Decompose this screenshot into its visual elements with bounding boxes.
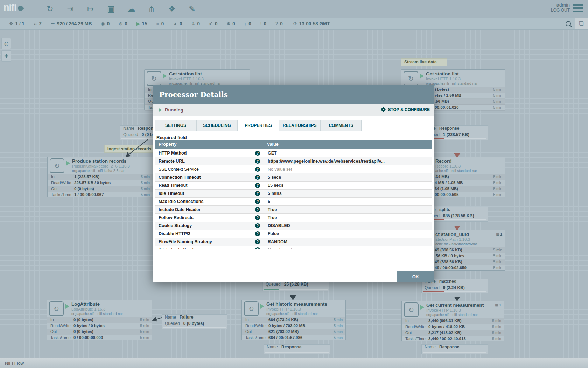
info-icon[interactable]: i (369, 158, 371, 164)
processor-type-icon: ↻ (147, 71, 161, 86)
processor-get-historic-measurements[interactable]: ↻ Get historic measurements InvokeHTTP 1… (241, 300, 346, 340)
table-header: Property Value (155, 140, 432, 149)
help-icon[interactable]: ? (255, 183, 260, 188)
processor-type: PublishKafkaRecord_2_6 1.16.3 (72, 164, 130, 168)
processor-logattribute[interactable]: ↻ LogAttribute LogAttribute 1.16.3 org.a… (47, 300, 152, 340)
connection-failure[interactable]: NameFailure Queued0 (0 bytes) (162, 314, 227, 329)
status-transmitting: ◉0 (101, 21, 110, 26)
component-toolbar: nifi ↻ ⇥ ↦ ▣ ☁ ⋔ ❖ ✎ admin LOG OUT (0, 0, 588, 18)
tab-relationships[interactable]: RELATIONSHIPS (279, 120, 320, 131)
help-icon[interactable]: ? (255, 199, 260, 204)
processor-header: ↻ Get historic measurements InvokeHTTP 1… (242, 300, 345, 317)
panel-toggle-button[interactable]: ❏ (575, 18, 588, 29)
table-row: Read Timeout?15 secs (155, 182, 432, 190)
queued-icon: ☰ (51, 21, 55, 26)
processor-nar: ache.nifi - nifi-standard-nar (435, 242, 477, 246)
breadcrumb[interactable]: NiFi Flow (5, 361, 24, 366)
status-running: ▶15 (136, 21, 147, 26)
status-invalid: ▲0 (173, 21, 182, 26)
processor-header: ↻ LogAttribute LogAttribute 1.16.3 org.a… (47, 300, 152, 317)
table-row: Include Date Header?True (155, 206, 432, 214)
stop-and-configure-button[interactable]: STOP & CONFIGURE (381, 107, 430, 112)
sync-failure-icon: ? (275, 21, 278, 26)
tab-settings[interactable]: SETTINGS (155, 120, 196, 131)
table-row: FlowFile Naming Strategy?RANDOM (155, 238, 432, 246)
global-menu-icon[interactable] (573, 4, 583, 14)
processor-title: Get station list (426, 71, 459, 76)
stat-row: In0 (0 bytes)5 min (47, 317, 152, 323)
stat-row: Tasks/Time664 / 00:01:57.9865 min (242, 335, 345, 341)
birdseye-icon: ◎ (4, 41, 8, 46)
canvas-label-ingest-station-records[interactable]: Ingest station records (104, 145, 154, 153)
processor-type: InvokeHTTP 1.16.3 (426, 308, 461, 312)
running-icon (66, 161, 70, 166)
tab-scheduling[interactable]: SCHEDULING (196, 120, 238, 131)
help-icon[interactable]: ? (255, 175, 260, 180)
last-refreshed[interactable]: ⟳13:00:58 GMT (293, 21, 330, 26)
label-text: Stream live-data (404, 60, 437, 64)
ok-button[interactable]: OK (397, 271, 434, 282)
processor-title: ct station_uuid (435, 232, 469, 237)
processor-type-icon: ↻ (50, 158, 64, 173)
tab-properties[interactable]: PROPERTIES (238, 120, 279, 131)
processor-header: ↻ Get station list InvokeHTTP 1.16.3 org… (401, 70, 505, 87)
status-locally-modified: ✱0 (226, 21, 235, 26)
logout-link[interactable]: LOG OUT (551, 8, 570, 13)
processor-type: LogAttribute 1.16.3 (71, 307, 105, 311)
process-group-icon[interactable]: ▣ (105, 2, 117, 15)
nifi-app: ◎ ✚ Stream live-data Ingest station reco… (0, 0, 588, 368)
run-status-label: Running (165, 107, 183, 113)
help-icon[interactable]: ? (255, 159, 260, 164)
stat-row: In1 (228.57 KB)5 min (48, 174, 153, 180)
help-icon[interactable]: ? (255, 239, 260, 244)
connection-response-bottom-right[interactable]: NameResponse (421, 344, 488, 354)
stat-row: Read/Write0 bytes / 418.02 KB5 min (402, 324, 504, 330)
gear-icon (381, 107, 386, 112)
processor-type-icon: ↻ (244, 301, 259, 316)
canvas-label-stream-live-data[interactable]: Stream live-data (401, 58, 447, 66)
running-icon: ▶ (136, 21, 140, 26)
help-icon[interactable]: ? (255, 191, 260, 196)
processor-type: Record 1.16.3 (435, 164, 461, 168)
label-icon[interactable]: ✎ (186, 2, 198, 15)
help-icon[interactable]: ? (255, 215, 260, 220)
move-tool-button[interactable]: ✚ (1, 50, 11, 62)
connection-response-bottom-center[interactable]: NameResponse (264, 344, 330, 354)
help-icon[interactable]: ? (255, 151, 260, 156)
stat-row: Out3,217 (418.02 KB)5 min (402, 330, 504, 336)
breadcrumb-bar: NiFi Flow (0, 358, 588, 368)
stat-row: Read/Write0 bytes / 0 bytes5 min (47, 323, 152, 329)
tab-comments[interactable]: COMMENTS (320, 120, 362, 131)
birdseye-button[interactable]: ◎ (1, 38, 11, 49)
funnel-icon[interactable]: ⋔ (145, 2, 158, 15)
output-port-icon[interactable]: ↦ (84, 2, 97, 15)
processor-icon[interactable]: ↻ (44, 2, 56, 15)
table-row: Connection Timeout?5 secs (155, 173, 432, 182)
stopped-icon: ■ (156, 21, 159, 26)
stat-row: Tasks/Time1 / 00:00:00.0675 min (48, 192, 153, 198)
help-icon[interactable]: ? (255, 247, 260, 249)
connection-queued-25[interactable]: Queued25 (6.28 KB) (262, 281, 329, 291)
threads-icon: ⠿ (34, 21, 37, 26)
remote-process-group-icon[interactable]: ☁ (125, 2, 138, 15)
column-divider (398, 140, 398, 249)
search-button[interactable] (561, 18, 575, 29)
table-row: Disable HTTP/2?False (155, 230, 432, 238)
input-port-icon[interactable]: ⇥ (64, 2, 77, 15)
label-text: Ingest station records (107, 146, 151, 151)
template-icon[interactable]: ❖ (166, 2, 178, 15)
processor-produce-station-records[interactable]: ↻ Produce station records PublishKafkaRe… (47, 157, 153, 197)
processor-get-current-measurement[interactable]: ↻ Get current measurement InvokeHTTP 1.1… (401, 301, 504, 341)
processor-title: LogAttribute (71, 301, 100, 307)
help-icon[interactable]: ? (255, 223, 260, 228)
help-icon[interactable]: ? (255, 167, 260, 172)
processor-nar: ache.nifi - nifi-standard-nar (435, 169, 477, 173)
modified-stale-icon: ! (260, 21, 262, 26)
running-icon (163, 74, 167, 79)
help-icon[interactable]: ? (255, 207, 260, 212)
processor-title: Get current measurement (426, 302, 484, 308)
processor-type: InvokeHTTP 1.16.3 (169, 77, 204, 81)
help-icon[interactable]: ? (255, 231, 260, 236)
invalid-icon: ▲ (173, 21, 177, 26)
logo-text: nifi (4, 2, 16, 13)
